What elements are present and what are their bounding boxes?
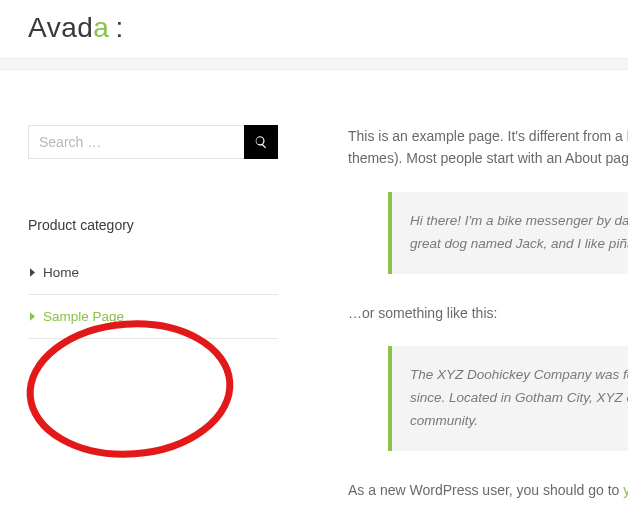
blockquote-bio: Hi there! I'm a bike messenger by day gr… <box>388 192 628 274</box>
page-layout: Product category Home Sample Page <box>0 70 628 523</box>
search-button[interactable] <box>244 125 278 159</box>
sidebar-item-label: Sample Page <box>43 309 124 324</box>
blockquote-company: The XYZ Doohickey Company was fou since.… <box>388 346 628 451</box>
sidebar-item-label: Home <box>43 265 79 280</box>
quote-line: Hi there! I'm a bike messenger by day <box>410 210 610 233</box>
sidebar-item-home[interactable]: Home <box>28 251 278 295</box>
chevron-right-icon <box>30 312 35 321</box>
intro-paragraph: This is an example page. It's different … <box>348 125 628 170</box>
outro-text: As a new WordPress user, you should go t… <box>348 482 623 498</box>
sidebar-nav-list: Home Sample Page <box>28 251 278 339</box>
sidebar: Product category Home Sample Page <box>28 125 278 339</box>
site-logo[interactable]: Avada: <box>28 12 124 43</box>
dashboard-link[interactable]: your <box>623 482 628 498</box>
sidebar-widget-title: Product category <box>28 217 278 233</box>
sidebar-item-sample-page[interactable]: Sample Page <box>28 295 278 339</box>
chevron-right-icon <box>30 268 35 277</box>
main-content: This is an example page. It's different … <box>348 125 628 523</box>
quote-line: great dog named Jack, and I like piña <box>410 233 610 256</box>
top-divider-strip <box>0 58 628 70</box>
logo-text-main: Avad <box>28 12 93 43</box>
quote-line: since. Located in Gotham City, XYZ em <box>410 387 610 410</box>
site-header: Avada: <box>0 0 628 52</box>
quote-line: community. <box>410 410 610 433</box>
quote-line: The XYZ Doohickey Company was fou <box>410 364 610 387</box>
outro-paragraph: As a new WordPress user, you should go t… <box>348 479 628 501</box>
logo-text-accent: a <box>93 12 109 43</box>
intro-line: This is an example page. It's different … <box>348 125 628 147</box>
search-form <box>28 125 278 159</box>
logo-punct: : <box>115 12 123 43</box>
intro-line: themes). Most people start with an About… <box>348 147 628 169</box>
search-icon <box>254 135 268 149</box>
bridge-text: …or something like this: <box>348 302 628 324</box>
search-input[interactable] <box>28 125 244 159</box>
